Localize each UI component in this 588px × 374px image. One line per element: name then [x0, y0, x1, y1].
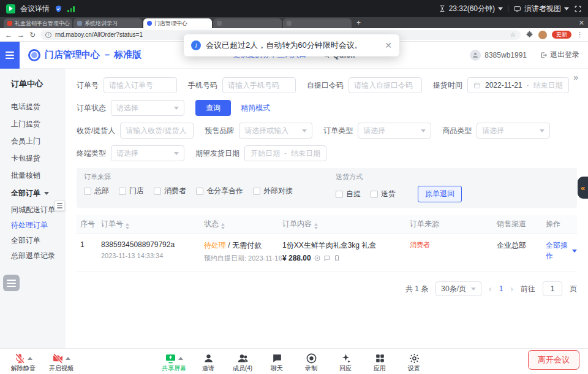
table-row[interactable]: 1 83859345088979792a 2023-11-13 14:33:34…	[77, 234, 577, 272]
share-screen-button[interactable]: 共享屏幕	[158, 351, 190, 373]
close-icon[interactable]: ✕	[385, 40, 392, 50]
chat-button[interactable]: 聊天	[261, 351, 293, 373]
back-icon[interactable]: ←	[5, 31, 12, 39]
browser-tab[interactable]: 礼盒营销平台管理中心	[4, 18, 72, 28]
checkbox-store[interactable]	[119, 188, 126, 195]
browser-tab[interactable]	[283, 18, 352, 28]
checkbox-warehouse-coop[interactable]	[196, 188, 203, 195]
col-status[interactable]: 状态	[204, 219, 282, 229]
sidebar-item-card-pickup[interactable]: 卡包提货	[0, 150, 66, 167]
view-mode-switch[interactable]: 演讲者视图	[513, 4, 569, 14]
sidebar-item-phone-pickup[interactable]: 电话提货	[0, 98, 66, 115]
members-button[interactable]: 成员(4)	[227, 351, 258, 373]
sidebar-group-all-orders[interactable]: 全部订单	[0, 184, 66, 202]
sidebar-drag-handle-icon[interactable]	[55, 200, 65, 211]
reaction-button[interactable]: 回应	[330, 351, 361, 373]
browser-tab-active[interactable]: 门店管理中心	[143, 18, 212, 28]
checkbox-external[interactable]	[253, 188, 260, 195]
order-number[interactable]: 83859345088979792a	[101, 240, 204, 249]
tab-favicon	[7, 21, 12, 26]
settings-button[interactable]: 设置	[398, 351, 430, 373]
apps-button[interactable]: 应用	[364, 351, 396, 373]
prev-page-icon[interactable]: ‹	[489, 284, 492, 294]
fullscreen-icon[interactable]	[574, 5, 582, 13]
receiver-input[interactable]	[120, 123, 194, 139]
browser-update-button[interactable]: 更新	[552, 31, 571, 39]
username: 8385wb1991	[484, 51, 527, 59]
col-content[interactable]: 订单内容	[282, 219, 410, 229]
sort-icon[interactable]	[314, 223, 318, 229]
start-video-button[interactable]: 开启视频	[45, 351, 77, 373]
simple-mode-link[interactable]: 精简模式	[241, 103, 270, 113]
checkbox-self-pickup[interactable]	[336, 191, 343, 198]
sidebar-item-batch-verify[interactable]: 批量核销	[0, 167, 66, 184]
unmute-button[interactable]: 解除静音	[7, 351, 39, 373]
sidebar-item-all-orders[interactable]: 全部订单	[0, 233, 66, 248]
members-icon	[237, 353, 249, 364]
order-type-select[interactable]: 请选择	[358, 123, 431, 139]
floating-menu-button[interactable]	[3, 275, 20, 291]
ship-end-placeholder: 结束日期	[291, 148, 320, 159]
meeting-toolbar: 解除静音 开启视频 共享屏幕 邀请 成员(4) 聊天	[0, 348, 588, 374]
toolbar-label: 设置	[408, 364, 420, 373]
side-drawer-handle[interactable]: «	[578, 177, 588, 199]
current-page[interactable]: 1	[499, 284, 503, 293]
phone-input[interactable]	[222, 77, 296, 93]
forward-icon[interactable]: →	[17, 31, 24, 39]
window-close-icon[interactable]: ✕	[579, 19, 584, 27]
leave-meeting-button[interactable]: 离开会议	[528, 350, 579, 370]
next-page-icon[interactable]: ›	[510, 284, 513, 294]
browser-menu-icon[interactable]: ⋮	[576, 31, 583, 39]
order-status-select[interactable]: 请选择	[111, 100, 184, 116]
goto-page-input[interactable]	[543, 281, 562, 296]
order-no-input[interactable]	[104, 77, 177, 93]
toast-message: 会议已超过2人，自动转为60分钟限时会议。	[206, 40, 363, 51]
original-order-return-button[interactable]: 原单退回	[418, 186, 462, 202]
search-button[interactable]: 查询	[195, 100, 231, 116]
goods-type-select[interactable]: 请选择	[477, 123, 550, 139]
delivery-method-title: 送货方式	[336, 172, 462, 181]
sidebar-item-door-pickup[interactable]: 上门提货	[0, 115, 66, 132]
record-button[interactable]: 录制	[295, 351, 327, 373]
site-info-icon[interactable]: i	[45, 32, 51, 38]
security-shield-icon[interactable]	[55, 5, 62, 13]
sidebar-item-hq-refunds[interactable]: 总部退单记录	[0, 248, 66, 264]
screen-share-icon	[165, 353, 176, 364]
chevron-down-icon	[540, 129, 545, 132]
brand-select[interactable]: 请选择或输入	[239, 123, 312, 139]
user-avatar[interactable]	[470, 50, 481, 61]
chevron-up-icon[interactable]	[28, 357, 32, 360]
browser-tab[interactable]	[213, 18, 282, 28]
browser-profile-avatar[interactable]	[538, 31, 547, 39]
meeting-title[interactable]: 会议详情	[20, 4, 50, 14]
col-order-no[interactable]: 订单号	[101, 219, 204, 229]
tab-favicon	[77, 21, 82, 26]
bookmark-star-icon[interactable]: ☆	[510, 31, 516, 38]
sidebar-item-member-visit[interactable]: 会员上门	[0, 132, 66, 150]
logout-button[interactable]: 退出登录	[540, 50, 579, 60]
all-actions-dropdown[interactable]: 全部操作	[546, 240, 577, 261]
checkbox-hq[interactable]	[84, 188, 91, 195]
ship-date-range[interactable]: 开始日期 - 结束日期	[244, 145, 326, 161]
browser-tab[interactable]: 系统培训学习	[74, 18, 142, 28]
pickup-date-range[interactable]: 2022-11-21 - 结束日期	[467, 77, 569, 93]
checkbox-consumer[interactable]	[154, 188, 161, 195]
collapse-panel-icon[interactable]: »	[573, 72, 578, 82]
sort-icon[interactable]	[221, 223, 225, 229]
col-source: 订单来源	[410, 219, 497, 229]
pickup-code-input[interactable]	[349, 77, 422, 93]
chevron-up-icon[interactable]	[66, 357, 70, 360]
refresh-icon[interactable]: ↻	[29, 31, 36, 39]
meeting-timer[interactable]: 23:32(60分钟)	[439, 4, 503, 14]
terminal-type-select[interactable]: 请选择	[111, 145, 184, 161]
invite-button[interactable]: 邀请	[192, 351, 224, 373]
menu-toggle-button[interactable]	[0, 42, 20, 69]
sort-icon[interactable]	[126, 223, 129, 229]
checkbox-delivery[interactable]	[371, 191, 378, 198]
extensions-puzzle-icon[interactable]	[526, 31, 533, 39]
new-tab-button[interactable]: +	[356, 18, 361, 27]
option-label: 仓分享合作	[206, 186, 243, 196]
sidebar-item-pending-orders[interactable]: 待处理订单	[0, 218, 66, 233]
page-size-select[interactable]: 30条/页	[435, 281, 481, 296]
chevron-up-icon[interactable]	[178, 357, 183, 360]
